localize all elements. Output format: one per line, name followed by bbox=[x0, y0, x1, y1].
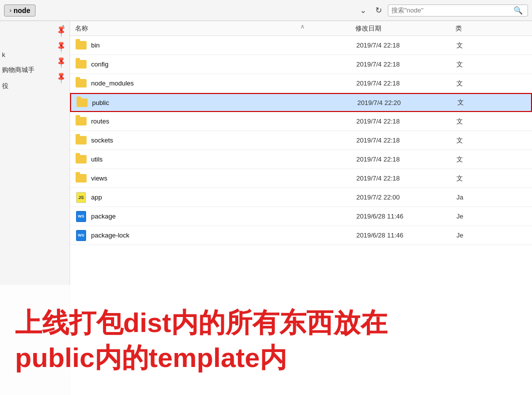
left-items: k 购物商城手 役 bbox=[0, 51, 35, 90]
file-date: 2019/6/28 11:46 bbox=[356, 212, 456, 220]
chevron-right-icon: › bbox=[10, 7, 12, 14]
top-bar: › node ⌄ ↻ 🔍 bbox=[0, 0, 532, 21]
file-type: Ja bbox=[456, 194, 463, 201]
file-type: 文 bbox=[457, 98, 464, 107]
col-name-header: 名称 bbox=[75, 24, 355, 33]
path-node-label: node bbox=[14, 6, 30, 14]
file-date: 2019/7/4 22:18 bbox=[356, 60, 456, 68]
refresh-button[interactable]: ↻ bbox=[372, 4, 385, 16]
file-date: 2019/7/2 22:00 bbox=[356, 194, 456, 201]
file-date: 2019/7/4 22:18 bbox=[356, 136, 456, 144]
js-icon: JS bbox=[75, 192, 87, 202]
table-row[interactable]: WSpackage-lock2019/6/28 11:46Je bbox=[70, 226, 532, 245]
file-date: 2019/7/4 22:18 bbox=[356, 156, 456, 163]
file-list: bin2019/7/4 22:18文config2019/7/4 22:18文n… bbox=[70, 36, 532, 395]
pin-icon-4[interactable]: 📌 bbox=[52, 68, 70, 86]
file-area: ∧ 名称 修改日期 类 bin2019/7/4 22:18文config2019… bbox=[70, 21, 532, 395]
ws-icon: WS bbox=[75, 212, 87, 222]
main-area: ∧ 📌 📌 📌 📌 k 购物商城手 役 ∧ 名称 修改日期 类 bin2019/… bbox=[0, 21, 532, 395]
file-date: 2019/7/4 22:18 bbox=[356, 118, 456, 125]
file-date: 2019/7/4 22:18 bbox=[356, 80, 456, 87]
file-type: 文 bbox=[456, 60, 463, 69]
col-date-header: 修改日期 bbox=[355, 24, 455, 33]
file-type: Je bbox=[456, 212, 463, 220]
file-name: app bbox=[91, 194, 356, 201]
file-name: config bbox=[91, 60, 356, 68]
file-date: 2019/6/28 11:46 bbox=[356, 232, 456, 239]
file-date: 2019/7/4 22:18 bbox=[356, 174, 456, 182]
search-icon-button[interactable]: 🔍 bbox=[513, 6, 523, 15]
folder-icon bbox=[76, 98, 88, 108]
search-input[interactable] bbox=[391, 6, 511, 14]
table-row[interactable]: routes2019/7/4 22:18文 bbox=[70, 112, 532, 131]
file-type: 文 bbox=[456, 79, 463, 88]
left-item-k: k bbox=[2, 51, 35, 58]
search-bar: 🔍 bbox=[388, 4, 528, 16]
left-item-shop: 购物商城手 bbox=[2, 66, 35, 74]
table-row[interactable]: config2019/7/4 22:18文 bbox=[70, 55, 532, 74]
ws-icon: WS bbox=[75, 230, 87, 240]
up-arrow-icon[interactable]: ∧ bbox=[300, 23, 305, 30]
col-type-header: 类 bbox=[455, 24, 462, 33]
sidebar: ∧ 📌 📌 📌 📌 k 购物商城手 役 bbox=[0, 21, 70, 395]
file-type: 文 bbox=[456, 117, 463, 126]
file-type: 文 bbox=[456, 136, 463, 145]
table-row[interactable]: utils2019/7/4 22:18文 bbox=[70, 150, 532, 169]
file-name: package-lock bbox=[91, 232, 356, 239]
file-name: routes bbox=[91, 118, 356, 125]
file-name: package bbox=[91, 212, 356, 220]
left-item-yi: 役 bbox=[2, 82, 35, 90]
file-name: bin bbox=[91, 42, 356, 49]
file-name: utils bbox=[91, 156, 356, 163]
file-type: 文 bbox=[456, 41, 463, 50]
file-date: 2019/7/4 22:18 bbox=[356, 42, 456, 49]
column-headers: ∧ 名称 修改日期 类 bbox=[70, 21, 532, 36]
file-name: views bbox=[91, 174, 356, 182]
folder-icon bbox=[75, 116, 87, 126]
table-row[interactable]: node_modules2019/7/4 22:18文 bbox=[70, 74, 532, 93]
table-row[interactable]: views2019/7/4 22:18文 bbox=[70, 169, 532, 188]
dropdown-button[interactable]: ⌄ bbox=[357, 4, 369, 16]
table-row[interactable]: WSpackage2019/6/28 11:46Je bbox=[70, 207, 532, 226]
file-type: Je bbox=[456, 232, 463, 239]
file-type: 文 bbox=[456, 155, 463, 164]
table-row[interactable]: JSapp2019/7/2 22:00Ja bbox=[70, 188, 532, 207]
folder-icon bbox=[75, 136, 87, 146]
table-row[interactable]: sockets2019/7/4 22:18文 bbox=[70, 131, 532, 150]
file-date: 2019/7/4 22:20 bbox=[357, 99, 457, 106]
path-node-button[interactable]: › node bbox=[4, 4, 36, 16]
table-row[interactable]: bin2019/7/4 22:18文 bbox=[70, 36, 532, 55]
file-type: 文 bbox=[456, 174, 463, 183]
file-name: public bbox=[92, 99, 357, 106]
folder-icon bbox=[75, 174, 87, 184]
folder-icon bbox=[75, 78, 87, 88]
file-name: sockets bbox=[91, 136, 356, 144]
folder-icon bbox=[75, 40, 87, 50]
table-row[interactable]: public2019/7/4 22:20文 bbox=[70, 93, 532, 112]
folder-icon bbox=[75, 154, 87, 164]
file-name: node_modules bbox=[91, 80, 356, 87]
folder-icon bbox=[75, 60, 87, 70]
